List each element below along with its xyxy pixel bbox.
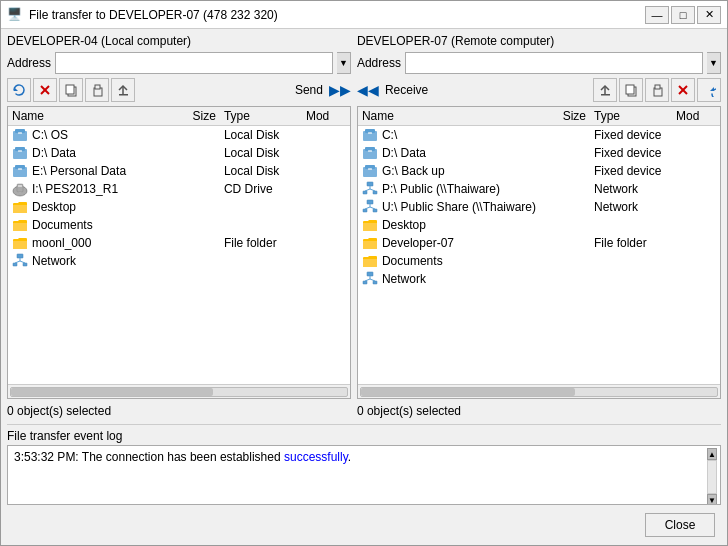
right-file-list-body[interactable]: C:\ Fixed device D:\ Data Fixed device G… xyxy=(358,126,720,384)
file-icon-folder xyxy=(362,217,378,233)
file-name: D:\ Data xyxy=(32,146,166,160)
svg-line-48 xyxy=(370,189,375,191)
left-col-mod: Mod xyxy=(306,109,346,123)
list-item[interactable]: U:\ Public Share (\\Thaiware) Network xyxy=(358,198,720,216)
file-name: G:\ Back up xyxy=(382,164,536,178)
svg-line-54 xyxy=(370,207,375,209)
title-bar-left: 🖥️ File transfer to DEVELOPER-07 (478 23… xyxy=(7,7,278,23)
log-scroll-track[interactable] xyxy=(707,460,717,494)
recv-label: Receive xyxy=(381,83,432,97)
right-file-list[interactable]: Name Size Type Mod C:\ Fixed device D:\ … xyxy=(357,106,721,399)
file-name: moonl_000 xyxy=(32,236,166,250)
file-name: Developer-07 xyxy=(382,236,536,250)
file-name: U:\ Public Share (\\Thaiware) xyxy=(382,200,536,214)
svg-rect-36 xyxy=(368,132,372,134)
right-address-label: Address xyxy=(357,56,401,70)
right-refresh-btn[interactable] xyxy=(697,78,721,102)
right-scrollbar-thumb[interactable] xyxy=(361,388,575,396)
log-scroll-down[interactable]: ▼ xyxy=(707,494,717,505)
right-address-input[interactable] xyxy=(405,52,703,74)
list-item[interactable]: Documents xyxy=(358,252,720,270)
close-button[interactable]: Close xyxy=(645,513,715,537)
right-scrollbar[interactable] xyxy=(358,384,720,398)
list-item[interactable]: Desktop xyxy=(8,198,350,216)
list-item[interactable]: moonl_000 File folder xyxy=(8,234,350,252)
right-paste-btn[interactable] xyxy=(645,78,669,102)
list-item[interactable]: Desktop xyxy=(358,216,720,234)
list-item[interactable]: Developer-07 File folder xyxy=(358,234,720,252)
left-file-list-body[interactable]: C:\ OS Local Disk D:\ Data Local Disk E:… xyxy=(8,126,350,384)
svg-rect-55 xyxy=(367,272,373,276)
list-item[interactable]: E:\ Personal Data Local Disk xyxy=(8,162,350,180)
file-icon-network xyxy=(12,253,28,269)
minimize-button[interactable]: — xyxy=(645,6,669,24)
list-item[interactable]: D:\ Data Local Disk xyxy=(8,144,350,162)
left-refresh-btn[interactable] xyxy=(7,78,31,102)
right-up-btn[interactable] xyxy=(593,78,617,102)
left-cancel-btn[interactable] xyxy=(33,78,57,102)
right-file-list-header: Name Size Type Mod xyxy=(358,107,720,126)
log-text-highlighted: successfully xyxy=(284,450,348,464)
svg-rect-20 xyxy=(18,185,22,187)
title-bar-controls: — □ ✕ xyxy=(645,6,721,24)
right-toolbar: ◀◀ Receive xyxy=(357,77,721,103)
left-scrollbar-thumb[interactable] xyxy=(11,388,213,396)
left-scrollbar[interactable] xyxy=(8,384,350,398)
file-icon-folder xyxy=(362,235,378,251)
log-scroll-up[interactable]: ▲ xyxy=(707,448,717,460)
file-type: Local Disk xyxy=(216,164,306,178)
left-h-scrollbar[interactable] xyxy=(10,387,348,397)
left-address-input[interactable] xyxy=(55,52,333,74)
right-cancel-btn[interactable] xyxy=(671,78,695,102)
list-item[interactable]: Network xyxy=(358,270,720,288)
right-col-type: Type xyxy=(586,109,676,123)
file-type: Fixed device xyxy=(586,146,676,160)
svg-line-59 xyxy=(365,279,370,281)
svg-rect-51 xyxy=(373,209,377,212)
file-icon-network xyxy=(362,271,378,287)
file-icon-disk xyxy=(12,127,28,143)
right-col-name: Name xyxy=(362,109,536,123)
log-text-suffix: . xyxy=(348,450,351,464)
list-item[interactable]: P:\ Public (\\Thaiware) Network xyxy=(358,180,720,198)
recv-arrows: ◀◀ xyxy=(357,82,379,98)
footer-bar: Close xyxy=(7,509,721,541)
file-type: Fixed device xyxy=(586,128,676,142)
file-icon-cd xyxy=(12,181,28,197)
right-address-dropdown[interactable]: ▼ xyxy=(707,52,721,74)
log-box: 3:53:32 PM: The connection has been esta… xyxy=(7,445,721,505)
file-icon-disk xyxy=(362,163,378,179)
list-item[interactable]: Network xyxy=(8,252,350,270)
list-item[interactable]: C:\ OS Local Disk xyxy=(8,126,350,144)
right-status: 0 object(s) selected xyxy=(357,402,721,420)
left-file-list-header: Name Size Type Mod xyxy=(8,107,350,126)
close-window-button[interactable]: ✕ xyxy=(697,6,721,24)
left-file-list[interactable]: Name Size Type Mod C:\ OS Local Disk D:\… xyxy=(7,106,351,399)
file-name: Desktop xyxy=(382,218,536,232)
left-address-dropdown[interactable]: ▼ xyxy=(337,52,351,74)
right-copy-btn[interactable] xyxy=(619,78,643,102)
list-item[interactable]: G:\ Back up Fixed device xyxy=(358,162,720,180)
list-item[interactable]: D:\ Data Fixed device xyxy=(358,144,720,162)
maximize-button[interactable]: □ xyxy=(671,6,695,24)
left-paste-btn[interactable] xyxy=(85,78,109,102)
log-scrollbar[interactable]: ▲ ▼ xyxy=(706,448,718,505)
file-icon-disk xyxy=(12,145,28,161)
list-item[interactable]: I:\ PES2013_R1 CD Drive xyxy=(8,180,350,198)
left-address-label: Address xyxy=(7,56,51,70)
right-panel-title: DEVELOPER-07 (Remote computer) xyxy=(357,33,721,49)
list-item[interactable]: C:\ Fixed device xyxy=(358,126,720,144)
right-h-scrollbar[interactable] xyxy=(360,387,718,397)
left-panel: DEVELOPER-04 (Local computer) Address ▼ xyxy=(7,33,351,420)
svg-rect-5 xyxy=(95,85,100,89)
svg-rect-23 xyxy=(23,263,27,266)
list-item[interactable]: Documents xyxy=(8,216,350,234)
file-name: Desktop xyxy=(32,200,166,214)
left-col-type: Type xyxy=(216,109,306,123)
right-col-mod: Mod xyxy=(676,109,716,123)
file-name: D:\ Data xyxy=(382,146,536,160)
left-up-btn[interactable] xyxy=(111,78,135,102)
send-label: Send xyxy=(291,83,327,97)
left-copy-btn[interactable] xyxy=(59,78,83,102)
left-address-row: Address ▼ xyxy=(7,52,351,74)
